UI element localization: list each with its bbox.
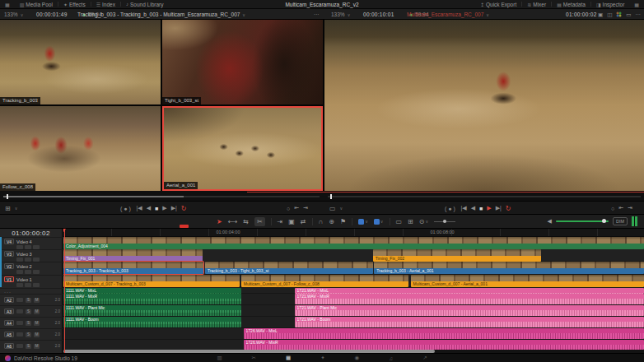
timeline-clip[interactable]: Multicam_Custom_d_007 - Follow_c_008 [241,275,409,287]
out-point-icon[interactable]: ⇥ [303,205,308,211]
mute-button[interactable]: M [34,298,40,303]
playhead[interactable] [64,229,65,353]
media-pool-button[interactable]: ▥Media Pool [15,0,58,8]
index-button[interactable]: ☰Index [91,0,120,8]
timeline-clip[interactable]: Tracking_b_003 - Tight_b_003_st [205,262,373,274]
timeline-title[interactable]: Multicam_Escaramuza_RC_007∨ [324,9,572,20]
track-id-badge[interactable]: A5 [4,332,14,337]
play-button[interactable]: ▶ [162,205,166,211]
prev-clip-button[interactable]: |◀ [460,205,466,211]
track-id-badge[interactable]: A3 [4,309,14,314]
prev-clip-button[interactable]: |◀ [136,205,142,211]
quick-export-button[interactable]: ↥Quick Export [475,0,521,8]
track-id-badge[interactable]: V4 [4,239,14,244]
track-header-a1-collapsed[interactable]: ··· [0,288,63,294]
multicam-angle-tracking[interactable]: Tracking_b_003 [0,20,161,104]
source-scrub-handle[interactable] [7,194,8,199]
lock-track-icon[interactable] [25,283,31,287]
track-header-a5[interactable]: A5SM 2.0 [0,328,63,340]
timeline-ruler[interactable]: 01:00:04:00 01:00:08:00 [63,229,644,237]
track-id-badge[interactable]: A2 [4,297,14,303]
track-id-badge[interactable]: A4 [4,320,14,326]
timeline-audio-clip[interactable]: 1726.WAV - MixL [244,328,644,339]
solo-button[interactable]: S [26,298,31,303]
timeline-view-selector[interactable]: ▭ ∨ [329,202,343,215]
next-clip-button[interactable]: ▶| [496,205,502,211]
auto-select-icon[interactable] [16,344,23,348]
mixer-button[interactable]: ≋Mixer [522,0,551,8]
play-button[interactable]: ▶ [487,205,491,211]
step-back-button[interactable]: ◀ [147,205,151,211]
volume-slider-handle[interactable] [602,219,606,223]
timeline-audio-clip[interactable]: 1721.WAV - Plant Mic [295,305,644,316]
source-clip-title[interactable]: Tracking_b_003 - Tracking_b_003 - Multic… [0,9,323,20]
zoom-slider[interactable] [434,221,455,222]
source-options-button[interactable]: ··· [314,9,320,20]
sound-library-button[interactable]: ♪Sound Library [121,0,168,8]
timeline-scrub-handle[interactable] [330,194,332,199]
marker-color-picker[interactable]: ∨ [374,219,384,225]
inspector-button[interactable]: ◨Inspector [591,0,629,8]
track-id-badge-destination[interactable]: V1 [4,276,14,282]
overwrite-clip-icon[interactable]: ▣ [288,218,295,225]
viewer-mode-icon[interactable]: ▣ [598,12,603,18]
snapping-icon[interactable]: ∩ [319,218,324,225]
cut-page-icon[interactable]: ✂ [252,355,256,361]
auto-select-icon[interactable] [16,270,23,274]
enable-track-icon[interactable] [33,283,40,287]
step-back-button[interactable]: ◀ [471,205,475,211]
media-page-icon[interactable]: ▥ [217,355,222,361]
lock-track-icon[interactable] [25,270,31,274]
multicam-view-selector[interactable]: ⊞ ∨ [5,202,17,215]
volume-slider[interactable] [556,220,609,222]
viewer-options-button[interactable]: ··· [635,12,641,17]
color-page-icon[interactable]: ◉ [355,355,360,361]
link-clips-icon[interactable]: ⊕ [329,218,334,225]
multicam-angle-aerial-selected[interactable]: Aerial_a_001 [162,106,323,191]
wipe-icon[interactable]: ▭ [626,12,631,18]
timeline-clip[interactable]: Timing_Fix_002 [373,249,541,262]
workspace-button[interactable]: ▦ [0,0,15,8]
auto-select-icon[interactable] [16,298,23,302]
stop-button[interactable]: ■ [155,206,158,211]
metadata-button[interactable]: ▤Metadata [552,0,590,8]
track-header-a2[interactable]: A2SM 2.0 [0,294,63,305]
timeline-audio-clip[interactable]: 1721.WAV - Boom [295,317,644,327]
stills-icon[interactable]: ◫ [607,12,612,18]
deliver-page-icon[interactable]: ↗ [422,355,427,361]
dim-button[interactable]: DIM [613,217,628,225]
stop-button[interactable]: ■ [479,206,483,211]
in-point-icon[interactable]: ⇤ [618,205,623,211]
track-header-v1[interactable]: V1Video 1 [0,275,63,287]
timeline-scrub-bar[interactable] [328,196,641,197]
track-id-badge[interactable]: V3 [4,251,14,257]
mute-button[interactable]: M [34,309,40,314]
source-jog-control[interactable]: ( ● ) [120,202,131,215]
timeline-marker[interactable] [180,225,189,228]
timeline-clip[interactable]: Multicam_Custom_d_007 - Aerial_a_001 [411,275,644,287]
mute-button[interactable]: M [34,321,40,326]
multicam-angle-tight[interactable]: Tight_b_003_st [162,20,323,104]
zoom-slider-handle[interactable] [443,220,446,223]
timeline-jog-control[interactable]: ( ● ) [445,202,455,215]
insert-clip-icon[interactable]: ⇥ [278,218,283,225]
track-id-badge[interactable]: A6 [4,343,14,349]
selection-tool-icon[interactable]: ➤ [217,218,222,225]
trim-edit-icon[interactable]: ⟷ [228,218,237,225]
timeline-body[interactable]: 01:00:04:00 01:00:08:00 Color_Adjustment… [63,229,644,353]
track-header-v2[interactable]: V2Video 2 [0,262,63,275]
flag-icon[interactable]: ⚑ [340,218,346,225]
zoom-detail-icon[interactable]: ⊞ [408,218,413,225]
vertical-scroll-indicator[interactable] [0,237,2,287]
timeline-audio-clip[interactable]: 1721.WAV - MixR [295,294,644,304]
track-header-a6[interactable]: A6SM 2.0 [0,340,63,350]
zoom-full-extent-icon[interactable]: ▭ [396,218,403,225]
auto-select-icon[interactable] [16,332,23,336]
fusion-page-icon[interactable]: ✦ [320,355,324,361]
replace-clip-icon[interactable]: ⇄ [301,218,306,225]
mute-button[interactable]: M [34,344,40,349]
auto-select-icon[interactable] [16,321,23,325]
custom-zoom-control[interactable]: ⊙∨ [419,218,428,225]
razor-tool-icon[interactable]: ✂ [254,217,265,226]
timeline-audio-clip[interactable]: 1111.WAV - MixL [63,288,241,294]
